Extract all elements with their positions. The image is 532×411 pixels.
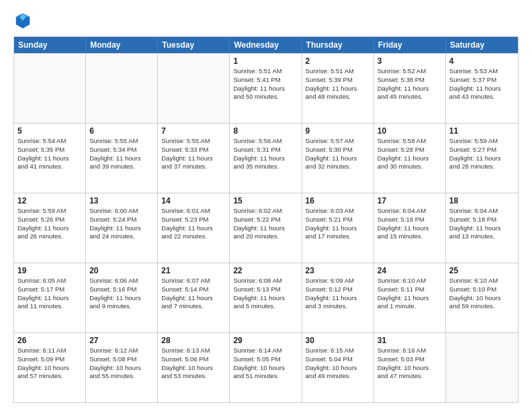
day-cell-6: 6Sunrise: 5:55 AM Sunset: 5:34 PM Daylig… — [86, 124, 158, 193]
day-number: 9 — [306, 126, 370, 136]
day-cell-8: 8Sunrise: 5:56 AM Sunset: 5:31 PM Daylig… — [230, 124, 302, 193]
day-number: 26 — [17, 336, 82, 345]
day-info: Sunrise: 5:51 AM Sunset: 5:39 PM Dayligh… — [306, 67, 370, 101]
day-cell-31: 31Sunrise: 6:16 AM Sunset: 5:03 PM Dayli… — [374, 333, 446, 402]
day-info: Sunrise: 6:10 AM Sunset: 5:10 PM Dayligh… — [449, 277, 515, 311]
day-number: 19 — [17, 266, 82, 275]
day-number: 16 — [306, 196, 370, 205]
day-cell-29: 29Sunrise: 6:14 AM Sunset: 5:05 PM Dayli… — [230, 333, 302, 402]
empty-cell — [158, 54, 230, 123]
day-cell-20: 20Sunrise: 6:06 AM Sunset: 5:16 PM Dayli… — [86, 263, 158, 332]
day-cell-25: 25Sunrise: 6:10 AM Sunset: 5:10 PM Dayli… — [446, 263, 518, 332]
day-cell-19: 19Sunrise: 6:05 AM Sunset: 5:17 PM Dayli… — [14, 263, 86, 332]
day-number: 27 — [89, 336, 154, 345]
day-cell-3: 3Sunrise: 5:52 AM Sunset: 5:38 PM Daylig… — [374, 54, 446, 123]
day-cell-30: 30Sunrise: 6:15 AM Sunset: 5:04 PM Dayli… — [302, 333, 374, 402]
day-cell-16: 16Sunrise: 6:03 AM Sunset: 5:21 PM Dayli… — [302, 193, 374, 263]
calendar-row-1: 1Sunrise: 5:51 AM Sunset: 5:41 PM Daylig… — [14, 53, 518, 123]
calendar: SundayMondayTuesdayWednesdayThursdayFrid… — [13, 36, 519, 403]
day-info: Sunrise: 5:54 AM Sunset: 5:35 PM Dayligh… — [17, 137, 82, 171]
day-cell-24: 24Sunrise: 6:10 AM Sunset: 5:11 PM Dayli… — [374, 263, 446, 332]
day-number: 10 — [378, 126, 442, 136]
day-number: 11 — [449, 126, 515, 136]
calendar-header: SundayMondayTuesdayWednesdayThursdayFrid… — [14, 37, 518, 53]
weekday-header-wednesday: Wednesday — [230, 37, 302, 53]
day-number: 30 — [306, 336, 370, 345]
day-number: 12 — [17, 196, 82, 205]
day-cell-15: 15Sunrise: 6:02 AM Sunset: 5:22 PM Dayli… — [230, 193, 302, 263]
day-info: Sunrise: 5:56 AM Sunset: 5:31 PM Dayligh… — [233, 137, 298, 171]
day-number: 3 — [378, 56, 442, 66]
day-info: Sunrise: 6:00 AM Sunset: 5:24 PM Dayligh… — [89, 207, 154, 241]
day-cell-10: 10Sunrise: 5:58 AM Sunset: 5:28 PM Dayli… — [374, 124, 446, 193]
day-number: 5 — [17, 126, 82, 136]
empty-cell — [446, 333, 518, 402]
day-info: Sunrise: 6:11 AM Sunset: 5:09 PM Dayligh… — [17, 347, 82, 381]
day-number: 8 — [233, 126, 298, 136]
day-cell-11: 11Sunrise: 5:59 AM Sunset: 5:27 PM Dayli… — [446, 124, 518, 193]
logo — [13, 11, 36, 30]
day-number: 24 — [378, 266, 442, 275]
day-cell-12: 12Sunrise: 5:59 AM Sunset: 5:26 PM Dayli… — [14, 193, 86, 263]
day-info: Sunrise: 6:08 AM Sunset: 5:13 PM Dayligh… — [233, 277, 298, 311]
day-cell-9: 9Sunrise: 5:57 AM Sunset: 5:30 PM Daylig… — [302, 124, 374, 193]
calendar-row-5: 26Sunrise: 6:11 AM Sunset: 5:09 PM Dayli… — [14, 332, 518, 402]
day-number: 18 — [449, 196, 515, 205]
calendar-row-3: 12Sunrise: 5:59 AM Sunset: 5:26 PM Dayli… — [14, 193, 518, 263]
day-cell-21: 21Sunrise: 6:07 AM Sunset: 5:14 PM Dayli… — [158, 263, 230, 332]
day-cell-26: 26Sunrise: 6:11 AM Sunset: 5:09 PM Dayli… — [14, 333, 86, 402]
weekday-header-sunday: Sunday — [14, 37, 86, 53]
day-number: 23 — [306, 266, 370, 275]
calendar-row-4: 19Sunrise: 6:05 AM Sunset: 5:17 PM Dayli… — [14, 263, 518, 332]
day-info: Sunrise: 6:04 AM Sunset: 5:18 PM Dayligh… — [449, 207, 515, 241]
day-number: 13 — [89, 196, 154, 205]
day-cell-28: 28Sunrise: 6:13 AM Sunset: 5:06 PM Dayli… — [158, 333, 230, 402]
day-cell-7: 7Sunrise: 5:55 AM Sunset: 5:33 PM Daylig… — [158, 124, 230, 193]
day-cell-5: 5Sunrise: 5:54 AM Sunset: 5:35 PM Daylig… — [14, 124, 86, 193]
day-info: Sunrise: 6:03 AM Sunset: 5:21 PM Dayligh… — [306, 207, 370, 241]
day-info: Sunrise: 6:16 AM Sunset: 5:03 PM Dayligh… — [378, 347, 442, 381]
weekday-header-tuesday: Tuesday — [158, 37, 230, 53]
day-cell-1: 1Sunrise: 5:51 AM Sunset: 5:41 PM Daylig… — [230, 54, 302, 123]
day-info: Sunrise: 5:57 AM Sunset: 5:30 PM Dayligh… — [306, 137, 370, 171]
logo-icon — [13, 11, 32, 30]
weekday-header-thursday: Thursday — [302, 37, 374, 53]
day-number: 22 — [233, 266, 298, 275]
day-info: Sunrise: 6:15 AM Sunset: 5:04 PM Dayligh… — [306, 347, 370, 381]
day-info: Sunrise: 6:07 AM Sunset: 5:14 PM Dayligh… — [161, 277, 226, 311]
day-number: 29 — [233, 336, 298, 345]
day-cell-2: 2Sunrise: 5:51 AM Sunset: 5:39 PM Daylig… — [302, 54, 374, 123]
day-info: Sunrise: 5:59 AM Sunset: 5:27 PM Dayligh… — [449, 137, 515, 171]
day-info: Sunrise: 6:05 AM Sunset: 5:17 PM Dayligh… — [17, 277, 82, 311]
day-info: Sunrise: 6:10 AM Sunset: 5:11 PM Dayligh… — [378, 277, 442, 311]
day-cell-13: 13Sunrise: 6:00 AM Sunset: 5:24 PM Dayli… — [86, 193, 158, 263]
day-info: Sunrise: 5:55 AM Sunset: 5:33 PM Dayligh… — [161, 137, 226, 171]
day-number: 2 — [306, 56, 370, 66]
day-cell-17: 17Sunrise: 6:04 AM Sunset: 5:19 PM Dayli… — [374, 193, 446, 263]
day-number: 1 — [233, 56, 298, 66]
day-info: Sunrise: 6:13 AM Sunset: 5:06 PM Dayligh… — [161, 347, 226, 381]
day-info: Sunrise: 5:51 AM Sunset: 5:41 PM Dayligh… — [233, 67, 298, 101]
day-cell-18: 18Sunrise: 6:04 AM Sunset: 5:18 PM Dayli… — [446, 193, 518, 263]
day-info: Sunrise: 5:53 AM Sunset: 5:37 PM Dayligh… — [449, 67, 515, 101]
day-number: 7 — [161, 126, 226, 136]
calendar-row-2: 5Sunrise: 5:54 AM Sunset: 5:35 PM Daylig… — [14, 123, 518, 193]
day-info: Sunrise: 5:59 AM Sunset: 5:26 PM Dayligh… — [17, 207, 82, 241]
day-cell-23: 23Sunrise: 6:09 AM Sunset: 5:12 PM Dayli… — [302, 263, 374, 332]
day-cell-27: 27Sunrise: 6:12 AM Sunset: 5:08 PM Dayli… — [86, 333, 158, 402]
day-number: 6 — [89, 126, 154, 136]
empty-cell — [14, 54, 86, 123]
header — [13, 11, 519, 30]
weekday-header-friday: Friday — [374, 37, 446, 53]
day-info: Sunrise: 6:04 AM Sunset: 5:19 PM Dayligh… — [378, 207, 442, 241]
day-info: Sunrise: 6:12 AM Sunset: 5:08 PM Dayligh… — [89, 347, 154, 381]
day-info: Sunrise: 5:55 AM Sunset: 5:34 PM Dayligh… — [89, 137, 154, 171]
day-number: 14 — [161, 196, 226, 205]
day-number: 21 — [161, 266, 226, 275]
empty-cell — [86, 54, 158, 123]
day-info: Sunrise: 6:02 AM Sunset: 5:22 PM Dayligh… — [233, 207, 298, 241]
day-number: 20 — [89, 266, 154, 275]
day-info: Sunrise: 6:01 AM Sunset: 5:23 PM Dayligh… — [161, 207, 226, 241]
page: SundayMondayTuesdayWednesdayThursdayFrid… — [0, 0, 532, 411]
weekday-header-saturday: Saturday — [446, 37, 518, 53]
